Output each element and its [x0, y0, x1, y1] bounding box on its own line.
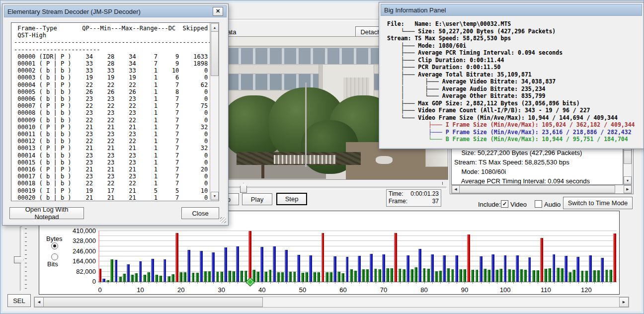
- chart-bar: [491, 254, 494, 282]
- audio-checkbox-label[interactable]: Audio: [544, 201, 561, 208]
- frame-value: 37: [432, 198, 439, 205]
- big-info-panel-titlebar[interactable]: Big Information Panel: [381, 4, 642, 16]
- scroll-right-icon[interactable]: ▶: [624, 185, 632, 193]
- seek-thumb[interactable]: [240, 183, 247, 193]
- info-tree-line: ├─── I Frame Size (Min/Ave/Max): 105,024…: [387, 121, 635, 129]
- bits-radio[interactable]: [51, 253, 58, 260]
- info-tree-line: ├─── Max GOP Size: 2,882,112 Bytes (23,0…: [387, 100, 635, 107]
- chart-bar: [399, 269, 402, 282]
- chart-bar: [273, 246, 276, 282]
- chart-bar: [581, 271, 584, 282]
- switch-to-time-mode-button[interactable]: Switch to Time Mode: [563, 197, 633, 209]
- chart-bar: [548, 268, 551, 282]
- sel-button[interactable]: SEL: [7, 294, 31, 307]
- chart-bar: [354, 271, 357, 282]
- chart-bar: [467, 235, 470, 282]
- x-axis-label: 30: [218, 286, 225, 294]
- chart-bar: [329, 272, 332, 282]
- bits-radio-label[interactable]: Bits: [47, 260, 58, 268]
- chart-bar: [333, 256, 336, 282]
- chart-plot[interactable]: [98, 231, 617, 282]
- time-frame-box: Time: 0:00:01.23 Frame: 37: [386, 189, 441, 207]
- info-tree-line: │ ├─── Average Video Bitrate: 34,038,837: [387, 78, 635, 85]
- audio-checkbox[interactable]: [535, 200, 542, 208]
- scroll-down-icon[interactable]: ▼: [624, 176, 632, 184]
- mini-vscroll-thumb[interactable]: [624, 150, 632, 164]
- chart-bar: [423, 268, 426, 282]
- chart-bar: [597, 270, 600, 282]
- scroll-left-icon[interactable]: ◀: [34, 297, 44, 307]
- scroll-right-icon[interactable]: ▶: [619, 297, 629, 307]
- decoder-vscrollbar[interactable]: ▲ ▼: [210, 23, 219, 200]
- close-icon[interactable]: ✕: [213, 7, 223, 16]
- chart-bar: [200, 251, 203, 282]
- vertical-slider[interactable]: [13, 227, 28, 292]
- chart-bar: [110, 259, 113, 282]
- mini-info-line: Size: 50,227,200 Bytes (427,296 Packets): [454, 148, 590, 157]
- chart-bar: [212, 252, 215, 282]
- video-checkbox-label[interactable]: Video: [510, 201, 527, 208]
- vertical-slider-thumb[interactable]: [14, 256, 24, 263]
- bytes-radio[interactable]: [51, 242, 58, 249]
- chart-bar: [508, 269, 511, 282]
- chart-bar: [123, 274, 126, 282]
- mini-info-line: Stream: TS Max Speed: 58,825,530 bps: [454, 157, 590, 167]
- chart-bar: [337, 272, 340, 282]
- chart-bar: [589, 255, 592, 282]
- bottom-scrollbar[interactable]: ◀ ▶: [34, 297, 629, 308]
- chart-bar: [297, 255, 300, 282]
- chart-bar: [322, 233, 324, 282]
- mini-info-line: Average PCR Timing Interval: 0.094 secon…: [454, 176, 590, 185]
- chart-bar: [139, 261, 142, 282]
- chart-bar: [163, 259, 166, 282]
- decoder-log-area[interactable]: Frame--Type QP---Min---Max--Range---DC S…: [11, 22, 219, 201]
- chart-bar: [447, 268, 450, 282]
- decoder-titlebar[interactable]: Elementary Stream Decoder (JM-SP Decoder…: [4, 5, 227, 17]
- scroll-up-icon[interactable]: ▲: [211, 23, 219, 32]
- video-debris: [376, 156, 393, 164]
- y-axis-label: 164,000: [73, 257, 96, 265]
- y-axis-label: 0: [92, 278, 96, 285]
- chart-bar: [301, 273, 304, 282]
- chart-bar: [167, 276, 170, 282]
- chart-bar: [236, 246, 239, 282]
- info-tree-line: ├─── Average PCR Timing Interval: 0.094 …: [387, 49, 635, 57]
- chart-bar: [524, 270, 527, 282]
- chart-bar: [459, 269, 462, 282]
- bottom-scroll-thumb[interactable]: [43, 297, 263, 307]
- x-axis-label: 80: [420, 286, 427, 294]
- chart-bar: [613, 234, 616, 282]
- chart-bar: [402, 269, 405, 282]
- chart-bar: [572, 270, 575, 282]
- chart-bar: [512, 270, 515, 282]
- info-tree-line: Stream: TS Max Speed: 58,825,530 bps: [387, 35, 635, 42]
- resize-grip[interactable]: [220, 217, 226, 223]
- chart-bar: [561, 268, 564, 282]
- y-axis-label: 246,000: [73, 247, 96, 255]
- open-log-button[interactable]: Open Log With Notepad: [9, 207, 84, 219]
- mini-hscroll-thumb[interactable]: [459, 185, 615, 193]
- scroll-left-icon[interactable]: ◀: [452, 185, 460, 193]
- chart-y-labels: 410,000328,000246,000164,00082,0000: [59, 227, 96, 285]
- decoder-close-button[interactable]: Close: [181, 207, 219, 219]
- chart-bar: [131, 275, 134, 282]
- time-value: 0:00:01.23: [410, 190, 439, 197]
- video-checkbox[interactable]: ✓: [501, 200, 508, 208]
- chart-bar: [317, 272, 320, 282]
- chart-bar: [536, 270, 539, 282]
- scroll-down-icon[interactable]: ▼: [211, 192, 219, 200]
- decoder-vscroll-thumb[interactable]: [211, 31, 219, 76]
- x-axis-label: 90: [461, 286, 468, 294]
- chart-bar: [504, 255, 507, 282]
- info-tree-line: └─── Video Frame Size (Min/Ave/Max): 10,…: [387, 114, 635, 122]
- play-button[interactable]: Play: [242, 193, 272, 205]
- chart-bar: [192, 273, 195, 282]
- chart-bar: [374, 269, 377, 282]
- chart-bar: [350, 269, 353, 282]
- chart-bar: [346, 257, 349, 282]
- mini-hscrollbar[interactable]: ◀ ▶: [451, 185, 632, 194]
- step-button[interactable]: Step: [276, 193, 307, 205]
- x-axis-label: 20: [177, 286, 184, 294]
- x-axis-label: 110: [541, 286, 551, 294]
- chart-bar: [601, 258, 604, 282]
